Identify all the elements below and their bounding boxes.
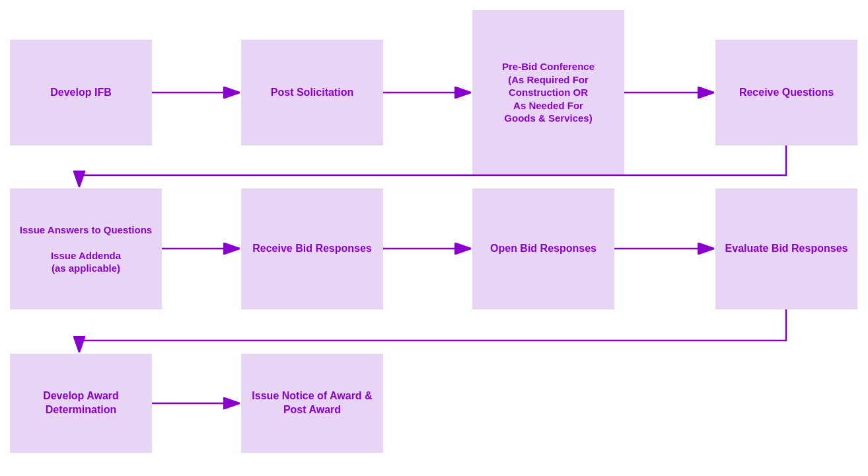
node-evaluate-bid-responses: Evaluate Bid Responses — [715, 188, 857, 309]
node-issue-notice-label: Issue Notice of Award & Post Award — [248, 389, 377, 417]
node-receive-bid-responses: Receive Bid Responses — [241, 188, 383, 309]
node-develop-ifb: Develop IFB — [10, 40, 152, 145]
node-evaluate-bid-responses-label: Evaluate Bid Responses — [725, 242, 848, 256]
node-receive-bid-responses-label: Receive Bid Responses — [252, 242, 372, 256]
node-develop-ifb-label: Develop IFB — [50, 86, 111, 100]
node-issue-answers-label: Issue Answers to QuestionsIssue Addenda(… — [20, 223, 152, 275]
flowchart: Develop IFB Post Solicitation Pre-Bid Co… — [0, 0, 868, 476]
node-receive-questions: Receive Questions — [715, 40, 857, 145]
node-issue-answers: Issue Answers to QuestionsIssue Addenda(… — [10, 188, 162, 309]
node-pre-bid-conference-label: Pre-Bid Conference(As Required ForConstr… — [502, 60, 595, 125]
node-pre-bid-conference: Pre-Bid Conference(As Required ForConstr… — [472, 10, 624, 175]
node-open-bid-responses-label: Open Bid Responses — [490, 242, 597, 256]
node-open-bid-responses: Open Bid Responses — [472, 188, 614, 309]
node-receive-questions-label: Receive Questions — [739, 86, 834, 100]
node-post-solicitation: Post Solicitation — [241, 40, 383, 145]
node-develop-award-label: Develop Award Determination — [17, 389, 145, 417]
node-issue-notice: Issue Notice of Award & Post Award — [241, 354, 383, 453]
node-post-solicitation-label: Post Solicitation — [271, 86, 353, 100]
node-develop-award: Develop Award Determination — [10, 354, 152, 453]
